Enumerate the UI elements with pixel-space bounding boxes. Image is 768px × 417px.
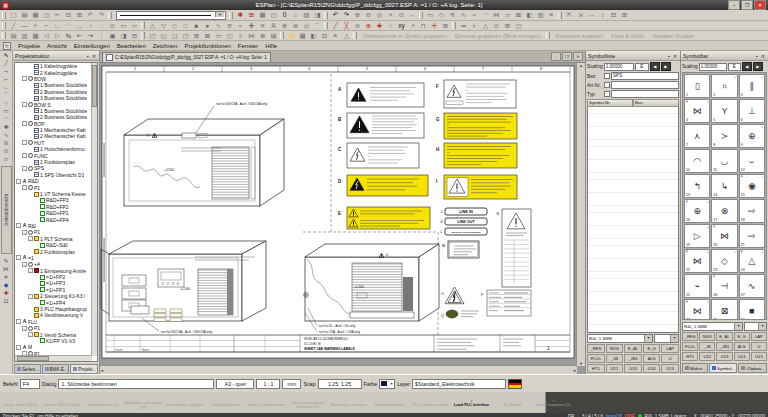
symbol-cell-13[interactable]: ↰13 — [684, 174, 710, 198]
toolbar-icon[interactable]: ▦ — [30, 31, 41, 41]
variant-combo[interactable]: ▼ — [744, 322, 767, 331]
toolbar-icon[interactable]: ⊖ — [363, 10, 374, 20]
page-function-button[interactable]: ▫Edit project structure — [328, 392, 369, 413]
toolbar-icon[interactable]: ⊠ — [202, 31, 213, 41]
symbol-cell-22[interactable]: ⋈22▪F — [684, 249, 710, 273]
symbol-set-button-LAP[interactable]: LAP — [751, 332, 767, 341]
toolbar-icon[interactable]: ⌒ — [312, 21, 323, 31]
toolbar-icon[interactable]: ◱ — [158, 31, 169, 41]
symbol-cell-6[interactable]: ⊥6 — [739, 99, 765, 123]
mdi-close-icon[interactable]: ✕ — [573, 52, 583, 61]
toolbar-icon[interactable]: ↷ — [96, 10, 107, 20]
color-picker[interactable]: ▼ — [379, 379, 395, 389]
mirror-left-button[interactable]: ◀ — [650, 62, 660, 71]
drawing-tool-icon[interactable]: ¬ — [1, 67, 11, 75]
toolbar-icon[interactable]: ▦ — [257, 10, 268, 20]
symbol-cell-29[interactable]: ⊠29 — [711, 299, 737, 320]
menu-item-einstellungen[interactable]: Einstellungen — [74, 43, 110, 49]
symbol-set-button-ALS[interactable]: ALS — [643, 354, 661, 363]
symbol-set-button-HT1[interactable]: HT1 — [682, 352, 698, 361]
close-panel-icon[interactable]: ✕ — [672, 53, 678, 59]
toolbar-icon[interactable]: ⊞ — [619, 10, 630, 20]
toolbar-icon[interactable]: ⊟ — [608, 10, 619, 20]
toolbar-icon[interactable]: ◨ — [312, 10, 323, 20]
symbol-cell-27[interactable]: ∿27 — [739, 274, 765, 298]
page-function-button[interactable]: ▫Blattdaten, -parameter (g) — [123, 392, 164, 413]
toolbar-icon[interactable]: ⊡ — [319, 31, 330, 41]
drawing-tool-icon[interactable]: ⌒ — [1, 91, 11, 99]
toolbar-text-button[interactable]: Projektweit anpassen — [556, 33, 604, 39]
symbol-cell-3[interactable]: ∥3▪ — [739, 74, 765, 98]
toolbar-icon[interactable]: ⌁ — [469, 10, 480, 20]
field-value[interactable] — [611, 90, 679, 98]
symbol-cell-23[interactable]: ◇23▪ — [711, 249, 737, 273]
collapse-icon[interactable]: - — [28, 268, 33, 273]
page-function-button[interactable]: ▫vorige Seite (PgUp) — [0, 392, 41, 413]
drawing-canvas[interactable]: 12345678+1200nur für US/CSA - Ausf. / US… — [100, 63, 581, 368]
toolbar-icon[interactable]: ⇥ — [85, 31, 96, 41]
project-tree[interactable]: 1 Kabelzugpläne2 Kabelzugpläne-BOW1 Busi… — [14, 62, 98, 362]
drawing-tool-icon[interactable]: ✚ — [1, 289, 11, 297]
symbol-cell-24[interactable]: △24▪F — [739, 249, 765, 273]
mirror-left-button[interactable]: ◀ — [742, 62, 752, 71]
symbol-cell-4[interactable]: ⋈4▪F — [684, 99, 710, 123]
symbol-cell-15[interactable]: ◉15▪F — [739, 174, 765, 198]
toolbar-icon[interactable]: ⊕ — [352, 10, 363, 20]
drawing-tool-icon[interactable]: # — [1, 273, 11, 281]
toolbar-icon[interactable]: ╱ — [330, 21, 341, 31]
symbol-set-button-E_AL[interactable]: E_AL — [624, 344, 642, 353]
toolbar-icon[interactable]: ▦ — [297, 31, 308, 41]
toolbar-icon[interactable]: ≣ — [257, 31, 268, 41]
symbol-set-button-E_G[interactable]: E_G — [734, 332, 750, 341]
drawing-tool-icon[interactable]: ∟ — [1, 83, 11, 91]
line-style-combo[interactable]: ▼ — [116, 11, 226, 20]
toolbar-text-button[interactable]: Gestalten Drucken — [652, 33, 693, 39]
collapse-icon[interactable]: - — [28, 294, 33, 299]
toolbar-icon[interactable]: ✕ — [257, 21, 268, 31]
toolbar-icon[interactable]: □ — [180, 21, 191, 31]
toolbar-icon[interactable]: ◫ — [513, 21, 524, 31]
toolbar-icon[interactable]: ▷ — [52, 31, 63, 41]
symbol-set-button-ALS[interactable]: ALS — [734, 342, 750, 351]
symbol-cell-5[interactable]: Y5 — [711, 99, 737, 123]
symbol-set-button-FLUs[interactable]: FLUs — [587, 354, 605, 363]
toolbar-icon[interactable]: ⌖ — [385, 10, 396, 20]
toolbar-icon[interactable]: ⊙ — [491, 21, 502, 31]
symbol-cell-7[interactable]: ⋏7 — [684, 124, 710, 148]
dock-tab-1[interactable]: Makro... — [682, 363, 708, 373]
toolbar-icon[interactable]: ⊞ — [191, 31, 202, 41]
toolbar-icon[interactable]: ← — [407, 10, 418, 20]
symbol-set-button-E_G[interactable]: E_G — [643, 344, 661, 353]
symbol-set-button-NVG[interactable]: NVG — [606, 344, 624, 353]
drawing-tool-icon[interactable]: ⌐ — [1, 75, 11, 83]
symbol-set-button-U15[interactable]: U15 — [661, 364, 679, 373]
mirror-right-button[interactable]: ▶ — [661, 62, 671, 71]
toolbar-icon[interactable]: ◡ — [74, 21, 85, 31]
panel-tab-1[interactable]: Seiten... — [14, 364, 41, 374]
toolbar-icon[interactable]: ▱ — [129, 21, 140, 31]
close-panel-icon[interactable]: ✕ — [760, 53, 766, 59]
toolbar-icon[interactable]: ▥ — [19, 31, 30, 41]
symbol-set-button-_JB[interactable]: _JB — [699, 342, 715, 351]
toolbar-icon[interactable]: ✛ — [429, 21, 440, 31]
toolbar-icon[interactable]: ▧ — [301, 10, 312, 20]
menu-item-fenster[interactable]: Fenster — [238, 43, 258, 49]
toolbar-icon[interactable]: ✚ — [374, 21, 385, 31]
scrollbar-thumb[interactable] — [92, 65, 97, 107]
symbol-set-button-LAP[interactable]: LAP — [661, 344, 679, 353]
collapsed-panel-tab[interactable]: Seitenübersicht — [1, 166, 12, 254]
symbol-set-button-i2[interactable]: i2 — [661, 354, 679, 363]
drawing-tool-icon[interactable]: ╱ — [1, 59, 11, 67]
page-function-button[interactable]: ▫Symbolerstellung — [369, 392, 410, 413]
toolbar-icon[interactable]: ⊘ — [352, 21, 363, 31]
toolbar-icon[interactable]: ▤ — [8, 31, 19, 41]
toolbar-icon[interactable]: ⋮ — [96, 31, 107, 41]
toolbar-icon[interactable]: ◫ — [268, 10, 279, 20]
menu-item-projektfunktionen[interactable]: Projektfunktionen — [184, 43, 230, 49]
toolbar-icon[interactable]: △ — [341, 31, 352, 41]
column-header[interactable]: Symbol-Nr. — [587, 99, 633, 107]
toolbar-icon[interactable]: ⌂ — [290, 10, 301, 20]
symbol-cell-1[interactable]: ▯1 — [684, 74, 710, 98]
scrollbar-thumb[interactable] — [17, 356, 49, 361]
collapse-icon[interactable]: - — [22, 326, 27, 331]
